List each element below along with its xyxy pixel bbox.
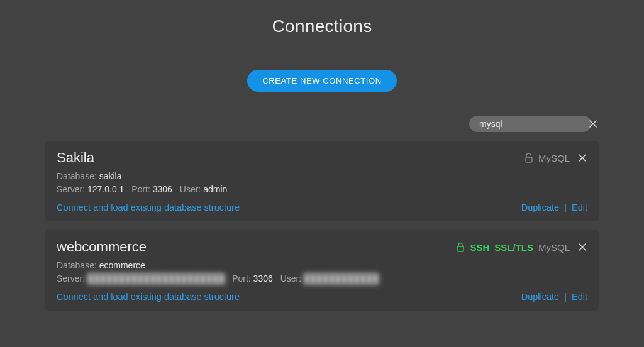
connection-name: Sakila — [57, 150, 94, 166]
page-title: Connections — [0, 0, 644, 48]
search-pill — [469, 116, 591, 132]
edit-link[interactable]: Edit — [572, 292, 587, 302]
search-row — [0, 116, 644, 141]
action-divider: | — [564, 292, 567, 302]
server-value-hidden: ██████████████████████ — [87, 272, 225, 285]
create-connection-button[interactable]: CREATE NEW CONNECTION — [247, 70, 396, 92]
database-value: ecommerce — [99, 260, 145, 270]
port-label: Port: — [131, 184, 150, 194]
database-value: sakila — [99, 171, 122, 181]
lock-open-icon — [525, 153, 533, 163]
divider-rainbow — [0, 48, 644, 48]
server-value: 127.0.0.1 — [87, 184, 124, 194]
database-label: Database: — [57, 260, 97, 270]
user-value-hidden: ████████████ — [304, 272, 379, 285]
user-label: User: — [280, 273, 301, 284]
port-value: 3306 — [153, 184, 172, 194]
duplicate-link[interactable]: Duplicate — [521, 292, 559, 302]
port-value: 3306 — [253, 273, 273, 284]
svg-rect-1 — [457, 246, 464, 251]
user-value: admin — [203, 184, 227, 194]
delete-connection-icon[interactable] — [577, 153, 587, 163]
action-divider: | — [564, 202, 567, 212]
card-actions: Duplicate | Edit — [521, 202, 587, 212]
ssltls-badge: SSL/TLS — [494, 242, 533, 253]
connection-badges: SSH SSL/TLS MySQL — [456, 242, 587, 253]
clear-search-icon[interactable] — [589, 118, 597, 129]
connection-name: webcommerce — [57, 239, 147, 255]
connection-list: Sakila MySQL Database: sakila Server: 12… — [0, 141, 644, 311]
connection-badges: MySQL — [525, 153, 587, 163]
search-input[interactable] — [479, 119, 589, 129]
delete-connection-icon[interactable] — [577, 242, 587, 252]
duplicate-link[interactable]: Duplicate — [521, 202, 559, 212]
lock-closed-icon — [456, 242, 465, 252]
server-label: Server: — [57, 273, 85, 284]
database-label: Database: — [57, 171, 97, 181]
connection-card: Sakila MySQL Database: sakila Server: 12… — [45, 141, 599, 221]
connect-link[interactable]: Connect and load existing database struc… — [57, 202, 240, 212]
dbtype-badge: MySQL — [538, 153, 570, 163]
svg-rect-0 — [526, 157, 532, 162]
server-label: Server: — [57, 184, 85, 194]
user-label: User: — [180, 184, 201, 194]
port-label: Port: — [232, 273, 251, 284]
connect-link[interactable]: Connect and load existing database struc… — [57, 292, 240, 302]
top-actions: CREATE NEW CONNECTION — [0, 48, 644, 116]
dbtype-badge: MySQL — [538, 242, 570, 253]
connection-card: webcommerce SSH SSL/TLS MySQL Database: … — [45, 230, 599, 311]
card-actions: Duplicate | Edit — [521, 292, 587, 302]
edit-link[interactable]: Edit — [572, 202, 587, 212]
ssh-badge: SSH — [470, 242, 489, 253]
